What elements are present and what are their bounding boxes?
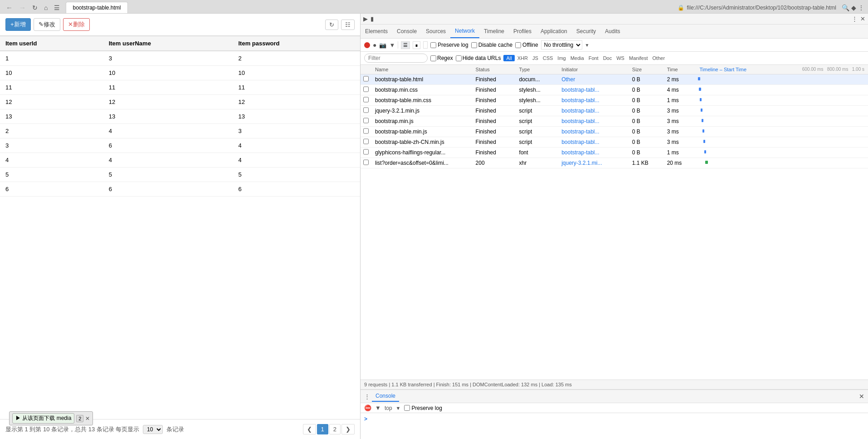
regex-checkbox[interactable] (430, 55, 436, 61)
prev-page[interactable]: ❮ (303, 424, 316, 434)
extensions-icon[interactable]: ◆ (851, 4, 856, 11)
delete-button[interactable]: ✕删除 (63, 18, 90, 31)
filter-input[interactable] (364, 54, 428, 63)
col-status[interactable]: Status (472, 65, 516, 74)
filter-js[interactable]: JS (531, 55, 540, 61)
console-filter-btn[interactable]: ▼ (375, 404, 381, 411)
col-size[interactable]: Size (629, 65, 663, 74)
media-download-button[interactable]: ▶ 从该页面下载 media (12, 413, 74, 424)
col-name[interactable]: Name (371, 65, 472, 74)
col-time[interactable]: Time (663, 65, 696, 74)
throttle-select[interactable]: No throttling Fast 3G Slow 3G (541, 40, 582, 49)
network-row[interactable]: bootstrap-table.min.jsFinishedscriptboot… (361, 127, 868, 137)
devtools-more-icon[interactable]: ⋮ (851, 15, 858, 23)
console-block-btn[interactable]: ⛔ (364, 404, 371, 411)
page-2[interactable]: 2 (329, 424, 341, 434)
network-cell: 1.1 KB (629, 158, 663, 168)
disable-cache-checkbox[interactable] (471, 42, 477, 48)
network-row[interactable]: bootstrap-table.htmlFinisheddocum...Othe… (361, 74, 868, 85)
network-cell: Finished (472, 74, 516, 85)
view-list-btn[interactable]: ☰ (401, 41, 410, 49)
filter-font[interactable]: Font (587, 55, 600, 61)
nav-refresh[interactable]: ↻ (30, 3, 40, 12)
filter-css[interactable]: CSS (541, 55, 555, 61)
network-cell: 0 B (629, 127, 663, 137)
devtools-close-icon[interactable]: ✕ (859, 15, 866, 23)
col-initiator[interactable]: Initiator (558, 65, 629, 74)
camera-button[interactable]: 📷 (379, 42, 386, 49)
filter-toggle[interactable]: ▼ (389, 42, 395, 49)
console-tab[interactable]: Console (372, 391, 399, 402)
row-checkbox[interactable] (363, 128, 369, 134)
console-close-btn[interactable]: ✕ (859, 393, 864, 400)
page-1[interactable]: 1 (317, 424, 328, 434)
row-checkbox[interactable] (363, 97, 369, 103)
refresh-table-icon[interactable]: ↻ (325, 20, 338, 30)
view-grid-btn[interactable]: ∎ (413, 41, 420, 49)
filter-media[interactable]: Media (569, 55, 586, 61)
console-preserve-checkbox[interactable] (404, 405, 410, 411)
console-more-btn[interactable]: ⋮ (364, 393, 370, 400)
nav-forward[interactable]: → (17, 3, 28, 12)
nav-back[interactable]: ← (4, 3, 15, 12)
filter-manifest[interactable]: Manifest (627, 55, 650, 61)
row-checkbox[interactable] (363, 138, 369, 144)
filter-other[interactable]: Other (651, 55, 667, 61)
tab-audits[interactable]: Audits (600, 25, 624, 38)
row-checkbox[interactable] (363, 118, 369, 123)
col-timeline[interactable]: Timeline – Start Time 600.00 ms 800.00 m… (696, 65, 868, 74)
filter-img[interactable]: Img (556, 55, 567, 61)
nav-bookmark[interactable]: ☰ (52, 3, 62, 12)
filter-doc[interactable]: Doc (601, 55, 614, 61)
tab-profiles[interactable]: Profiles (509, 25, 536, 38)
per-page-select[interactable]: 10 25 50 (143, 425, 163, 434)
record-button[interactable] (364, 42, 370, 48)
add-button[interactable]: +新增 (5, 18, 31, 31)
filter-all[interactable]: All (503, 55, 514, 61)
media-close[interactable]: ✕ (85, 415, 90, 422)
tab-security[interactable]: Security (572, 25, 600, 38)
network-cell: bootstrap.min.css (371, 85, 472, 95)
row-checkbox[interactable] (363, 159, 369, 165)
col-type[interactable]: Type (516, 65, 558, 74)
offline-checkbox[interactable] (515, 42, 521, 48)
cursor-btn[interactable]: ​ (423, 41, 428, 49)
tab-timeline[interactable]: Timeline (479, 25, 509, 38)
row-checkbox[interactable] (363, 86, 369, 92)
network-row[interactable]: list?order=asc&offset=0&limi...200xhrjqu… (361, 158, 868, 168)
row-checkbox[interactable] (363, 149, 369, 155)
network-row[interactable]: jquery-3.2.1.min.jsFinishedscriptbootstr… (361, 106, 868, 116)
row-checkbox[interactable] (363, 107, 369, 113)
tab-application[interactable]: Application (536, 25, 572, 38)
filter-ws[interactable]: WS (614, 55, 626, 61)
tab-elements[interactable]: Elements (361, 25, 392, 38)
row-checkbox[interactable] (363, 76, 369, 82)
table-row: 444 (0, 153, 360, 168)
tab-sources[interactable]: Sources (421, 25, 450, 38)
edit-button[interactable]: ✎修改 (34, 18, 60, 31)
next-page[interactable]: ❯ (341, 424, 355, 434)
filter-xhr[interactable]: XHR (516, 55, 530, 61)
menu-icon[interactable]: ⋮ (858, 4, 864, 11)
console-top-arrow[interactable]: ▼ (396, 405, 401, 411)
network-row[interactable]: bootstrap-table.min.cssFinishedstylesh..… (361, 95, 868, 106)
tab-console[interactable]: Console (392, 25, 421, 38)
clear-button[interactable]: ● (373, 41, 376, 49)
network-cell: Finished (472, 85, 516, 95)
console-input[interactable] (369, 416, 864, 422)
network-cell: 0 B (629, 148, 663, 158)
columns-icon[interactable]: ☷ (341, 20, 355, 30)
devtools-inspect-icon[interactable]: ▶ (362, 15, 369, 23)
search-icon[interactable]: 🔍 (842, 4, 849, 11)
devtools-mobile-icon[interactable]: ▮ (370, 15, 375, 23)
tab[interactable]: bootstrap-table.html (66, 2, 127, 13)
preserve-log-checkbox[interactable] (430, 42, 436, 48)
network-cell: Finished (472, 148, 516, 158)
hide-data-urls-checkbox[interactable] (456, 55, 462, 61)
network-row[interactable]: bootstrap.min.cssFinishedstylesh...boots… (361, 85, 868, 95)
network-row[interactable]: glyphicons-halflings-regular...Finishedf… (361, 148, 868, 158)
tab-network[interactable]: Network (450, 25, 479, 38)
nav-home[interactable]: ⌂ (42, 3, 50, 12)
network-row[interactable]: bootstrap-table-zh-CN.min.jsFinishedscri… (361, 137, 868, 148)
network-row[interactable]: bootstrap.min.jsFinishedscriptbootstrap-… (361, 116, 868, 127)
